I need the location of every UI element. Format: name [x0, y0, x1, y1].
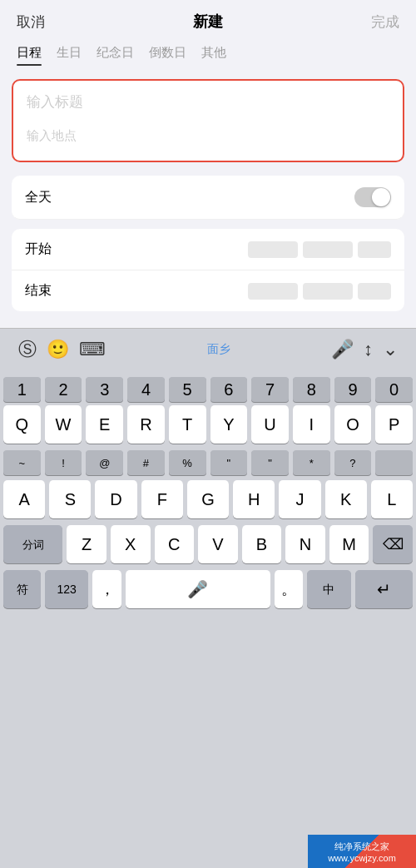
done-button[interactable]: 完成	[371, 12, 399, 32]
start-ampm-block	[358, 241, 391, 258]
key-I[interactable]: I	[293, 405, 330, 444]
start-value[interactable]	[248, 241, 391, 258]
key-A[interactable]: A	[3, 480, 45, 518]
key-Q[interactable]: Q	[3, 405, 41, 444]
key-pct[interactable]: %	[169, 450, 206, 475]
return-key[interactable]: ↵	[355, 570, 413, 608]
key-D[interactable]: D	[95, 480, 136, 518]
key-S[interactable]: S	[49, 480, 91, 518]
tab-schedule[interactable]: 日程	[17, 45, 42, 66]
key-tilde[interactable]: ~	[3, 450, 41, 475]
page-title: 新建	[193, 12, 223, 32]
end-label: 结束	[25, 282, 52, 300]
tab-other[interactable]: 其他	[201, 45, 226, 66]
num-row: 1 2 3 4 5 6 7 8 9 0	[3, 377, 413, 402]
key-9[interactable]: 9	[334, 377, 372, 402]
key-0[interactable]: 0	[375, 377, 413, 402]
num-key[interactable]: 123	[45, 570, 88, 608]
end-ampm-block	[358, 283, 391, 300]
tab-birthday[interactable]: 生日	[57, 45, 82, 66]
row-zxcvbnm: 分词 Z X C V B N M ⌫	[3, 525, 413, 563]
key-1[interactable]: 1	[3, 377, 41, 402]
ime-toolbar: Ⓢ 🙂 ⌨ 面乡 🎤 ↕ ⌄	[0, 328, 416, 370]
cursor-icon[interactable]: ↕	[359, 337, 378, 362]
key-H[interactable]: H	[233, 480, 275, 518]
key-3[interactable]: 3	[86, 377, 123, 402]
backspace-key[interactable]: ⌫	[373, 525, 413, 563]
start-date-block	[248, 241, 298, 258]
key-V[interactable]: V	[198, 525, 238, 563]
sogou-icon[interactable]: Ⓢ	[13, 335, 42, 364]
collapse-icon[interactable]: ⌄	[378, 337, 403, 362]
tab-anniversary[interactable]: 纪念日	[97, 45, 134, 66]
watermark-text: 纯净系统之家www.ycwjzy.com	[328, 841, 396, 863]
allday-toggle[interactable]	[354, 187, 391, 207]
row-qwerty: Q W E R T Y U I O P	[3, 405, 413, 444]
end-value[interactable]	[248, 283, 391, 300]
key-2[interactable]: 2	[45, 377, 82, 402]
key-T[interactable]: T	[169, 405, 206, 444]
key-R[interactable]: R	[127, 405, 165, 444]
fenci-key[interactable]: 分词	[3, 525, 62, 563]
key-N[interactable]: N	[285, 525, 325, 563]
comma-key[interactable]: ，	[92, 570, 121, 608]
key-X[interactable]: X	[111, 525, 151, 563]
key-B[interactable]: B	[242, 525, 282, 563]
key-G[interactable]: G	[187, 480, 229, 518]
event-input-area: 输入标题 输入地点	[12, 79, 404, 162]
key-lquote[interactable]: "	[210, 450, 248, 475]
key-L[interactable]: L	[371, 480, 413, 518]
period-key[interactable]: 。	[275, 570, 304, 608]
form-section: 全天 开始 结束	[0, 176, 416, 311]
key-7[interactable]: 7	[251, 377, 289, 402]
lang-key[interactable]: 中	[307, 570, 350, 608]
key-Z[interactable]: Z	[67, 525, 106, 563]
end-row: 结束	[12, 270, 404, 311]
allday-row: 全天	[12, 176, 404, 220]
watermark: 纯净系统之家www.ycwjzy.com	[308, 835, 416, 868]
keyboard: 1 2 3 4 5 6 7 8 9 0 Q W E R T Y U I O P …	[0, 370, 416, 868]
header: 取消 新建 完成	[0, 0, 416, 40]
space-key[interactable]: 🎤	[126, 570, 270, 608]
start-label: 开始	[25, 241, 52, 258]
key-8[interactable]: 8	[293, 377, 330, 402]
key-F[interactable]: F	[141, 480, 183, 518]
mic-icon[interactable]: 🎤	[326, 337, 359, 362]
key-M[interactable]: M	[329, 525, 369, 563]
cancel-button[interactable]: 取消	[17, 12, 45, 32]
key-P[interactable]: P	[375, 405, 413, 444]
key-Y[interactable]: Y	[210, 405, 248, 444]
key-O[interactable]: O	[334, 405, 372, 444]
key-question[interactable]: ?	[334, 450, 372, 475]
tab-bar: 日程 生日 纪念日 倒数日 其他	[0, 40, 416, 66]
key-4[interactable]: 4	[127, 377, 165, 402]
key-empty[interactable]	[375, 450, 413, 475]
keyboard-icon[interactable]: ⌨	[74, 337, 111, 362]
symbol-key[interactable]: 符	[3, 570, 41, 608]
key-6[interactable]: 6	[210, 377, 248, 402]
tab-countdown[interactable]: 倒数日	[149, 45, 186, 66]
key-U[interactable]: U	[251, 405, 289, 444]
key-K[interactable]: K	[325, 480, 367, 518]
mic-space-icon: 🎤	[187, 579, 208, 599]
start-time-block	[303, 241, 353, 258]
key-C[interactable]: C	[155, 525, 195, 563]
location-input[interactable]: 输入地点	[27, 128, 389, 144]
key-rquote[interactable]: "	[251, 450, 289, 475]
row-asdf: A S D F G H J K L	[3, 480, 413, 518]
ime-suggestion[interactable]: 面乡	[111, 342, 326, 357]
key-W[interactable]: W	[45, 405, 82, 444]
key-excl[interactable]: !	[45, 450, 82, 475]
key-at[interactable]: @	[86, 450, 123, 475]
title-input[interactable]: 输入标题	[27, 92, 389, 112]
end-time-block	[303, 283, 353, 300]
row-bottom: 符 123 ， 🎤 。 中 ↵	[3, 570, 413, 608]
emoji-icon[interactable]: 🙂	[42, 337, 74, 362]
key-hash[interactable]: #	[127, 450, 165, 475]
end-date-block	[248, 283, 298, 300]
key-J[interactable]: J	[279, 480, 320, 518]
key-star[interactable]: *	[293, 450, 330, 475]
start-row: 开始	[12, 229, 404, 270]
key-5[interactable]: 5	[169, 377, 206, 402]
key-E[interactable]: E	[86, 405, 123, 444]
